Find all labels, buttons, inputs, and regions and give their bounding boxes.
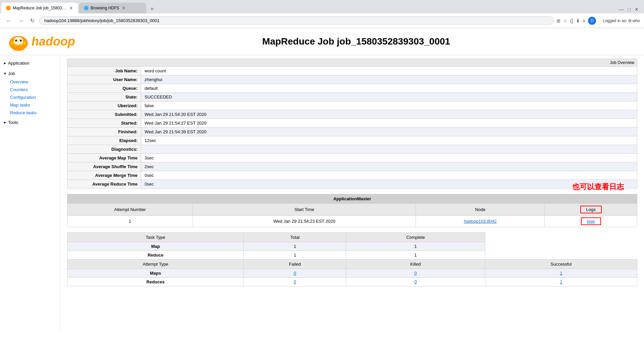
sidebar-section-application: ► Application	[0, 59, 60, 68]
value-avg-merge: 0sec	[141, 171, 637, 180]
sidebar-tools-header[interactable]: ► Tools	[0, 118, 60, 127]
table-row: Average Reduce Time 0sec	[67, 180, 637, 189]
job-overview-header: Job Overview	[67, 59, 637, 67]
svg-point-7	[15, 40, 17, 42]
job-label: Job	[8, 71, 15, 76]
table-row: Average Shuffle Time 2sec	[67, 162, 637, 171]
attempt-killed-maps-link[interactable]: 0	[414, 271, 417, 276]
value-elapsed: 12sec	[141, 136, 637, 145]
value-job-name: word count	[141, 67, 637, 75]
sidebar-item-reduce-tasks[interactable]: Reduce tasks	[3, 109, 60, 117]
logs-header-box: Logs	[580, 206, 602, 213]
value-diagnostics	[141, 145, 637, 154]
tab-favicon-2	[84, 6, 89, 10]
forward-button[interactable]: →	[16, 17, 25, 24]
task-total-map: 1	[244, 242, 346, 251]
value-uberized: false	[141, 101, 637, 110]
value-submitted: Wed Jan 29 21:54:20 EST 2020	[141, 110, 637, 119]
address-bar: ← → ↻ ⊞ ☆ {} ⬇ ≡ D Logged in as: dr.who	[0, 13, 644, 28]
minimize-button[interactable]: —	[619, 7, 624, 12]
arrow-down-icon: ▼	[3, 72, 7, 75]
task-row-reduce: Reduce 1 1	[67, 251, 637, 260]
maximize-button[interactable]: □	[628, 7, 631, 12]
sidebar-item-counters[interactable]: Counters	[3, 86, 60, 93]
back-button[interactable]: ←	[4, 17, 13, 24]
tab-close-1[interactable]: ✕	[69, 5, 73, 11]
task-row-map: Map 1 1	[67, 242, 637, 251]
table-row: Diagnostics:	[67, 145, 637, 154]
label-queue: Queue:	[67, 84, 141, 93]
value-avg-map: 3sec	[141, 154, 637, 162]
table-row: Queue: default	[67, 84, 637, 93]
translate-icon[interactable]: ⊞	[556, 18, 560, 23]
task-summary-table: Task Type Total Complete Map 1 1 Reduce …	[67, 232, 637, 286]
attempt-failed-maps-link[interactable]: 0	[294, 271, 296, 276]
attempt-failed-reduces-link[interactable]: 0	[294, 279, 296, 284]
extensions-icon[interactable]: ⬇	[576, 18, 580, 23]
hadoop-logo: hadoop	[7, 31, 75, 52]
am-section-title: ApplicationMaster	[67, 194, 637, 204]
content-area: ► Application ▼ Job Overview Counters Co…	[0, 55, 644, 330]
page-title: MapReduce Job job_1580352839303_0001	[75, 36, 637, 47]
attempt-killed-reduces-link[interactable]: 0	[414, 279, 417, 284]
task-type-reduce: Reduce	[67, 251, 244, 260]
am-col-node: Node	[416, 204, 545, 216]
sidebar-job-items: Overview Counters Configuration Map task…	[0, 78, 60, 117]
attempt-col-type: Attempt Type	[67, 260, 244, 269]
table-row: Average Map Time 3sec	[67, 154, 637, 162]
table-row: Submitted: Wed Jan 29 21:54:20 EST 2020	[67, 110, 637, 119]
sidebar: ► Application ▼ Job Overview Counters Co…	[0, 55, 60, 330]
application-label: Application	[8, 61, 30, 66]
menu-icon[interactable]: ≡	[583, 18, 585, 23]
sidebar-item-configuration[interactable]: Configuration	[3, 93, 60, 101]
attempt-col-failed: Failed	[244, 260, 346, 269]
task-col-total: Total	[244, 233, 346, 242]
label-state: State:	[67, 93, 141, 101]
profile-icon[interactable]: D	[588, 17, 596, 25]
new-tab-button[interactable]: +	[148, 5, 156, 13]
task-type-map: Map	[67, 242, 244, 251]
am-node: hadoop103:8042	[416, 216, 545, 227]
sidebar-application-header[interactable]: ► Application	[0, 59, 60, 68]
label-avg-map: Average Map Time	[67, 154, 141, 162]
value-state: SUCCEEDED	[141, 93, 637, 101]
svg-point-9	[12, 46, 24, 51]
am-col-logs: Logs	[545, 204, 637, 216]
tools-label: Tools	[8, 120, 18, 125]
close-button[interactable]: ✕	[635, 7, 639, 12]
tab-close-2[interactable]: ✕	[122, 5, 126, 11]
reload-button[interactable]: ↻	[28, 17, 37, 24]
am-col-attempt: Attempt Number	[67, 204, 193, 216]
label-submitted: Submitted:	[67, 110, 141, 119]
value-user-name: zhenghui	[141, 75, 637, 84]
am-node-link[interactable]: hadoop103:8042	[464, 219, 497, 224]
sidebar-item-map-tasks[interactable]: Map tasks	[3, 101, 60, 109]
devtools-icon[interactable]: {}	[570, 18, 573, 23]
label-avg-shuffle: Average Shuffle Time	[67, 162, 141, 171]
page-header: hadoop MapReduce Job job_1580352839303_0…	[0, 28, 644, 55]
sidebar-job-header[interactable]: ▼ Job	[0, 69, 60, 78]
label-user-name: User Name:	[67, 75, 141, 84]
attempt-col-killed: Killed	[346, 260, 485, 269]
task-total-reduce: 1	[244, 251, 346, 260]
sidebar-item-overview[interactable]: Overview	[3, 78, 60, 86]
inactive-tab[interactable]: Browsing HDFS ✕	[79, 3, 146, 13]
browser-actions: ⊞ ☆ {} ⬇ ≡ D	[556, 17, 596, 25]
table-row: User Name: zhenghui	[67, 75, 637, 84]
table-row: Elapsed: 12sec	[67, 136, 637, 145]
label-elapsed: Elapsed:	[67, 136, 141, 145]
bookmark-icon[interactable]: ☆	[563, 18, 568, 23]
attempt-successful-maps-link[interactable]: 1	[560, 271, 562, 276]
attempt-successful-reduces-link[interactable]: 1	[560, 279, 562, 284]
value-avg-shuffle: 2sec	[141, 162, 637, 171]
active-tab[interactable]: MapReduce Job job_158035… ✕	[1, 3, 78, 13]
attempt-failed-reduces: 0	[244, 278, 346, 286]
am-col-start-time: Start Time	[193, 204, 416, 216]
label-job-name: Job Name:	[67, 67, 141, 75]
label-avg-merge: Average Merge Time	[67, 171, 141, 180]
am-logs-link[interactable]: logs	[587, 219, 595, 224]
application-master-table: ApplicationMaster Attempt Number Start T…	[67, 194, 637, 227]
address-input[interactable]	[39, 16, 554, 25]
value-started: Wed Jan 29 21:54:27 EST 2020	[141, 119, 637, 128]
sidebar-section-tools: ► Tools	[0, 118, 60, 127]
